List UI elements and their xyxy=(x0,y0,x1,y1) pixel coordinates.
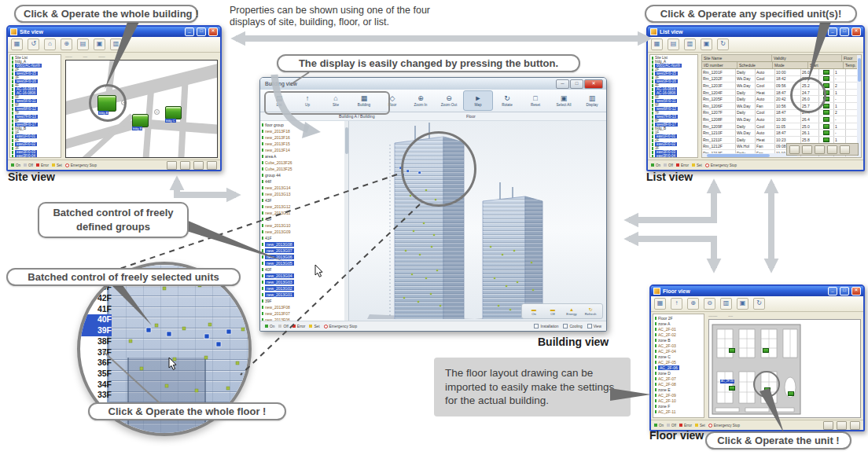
tree-item[interactable]: AC_2F-02 xyxy=(653,332,704,337)
toolbar-button[interactable]: □ Reset xyxy=(521,91,550,110)
quick-action-button[interactable]: ▬ On xyxy=(525,307,542,316)
table-row[interactable]: Rm_1209F Daily Cool 11:05 25.0 1 xyxy=(702,123,861,130)
mini-button[interactable] xyxy=(207,161,217,170)
tree-item[interactable]: zone F xyxy=(653,403,704,409)
filter-checkbox[interactable]: Cooling xyxy=(563,324,582,328)
building-3d-view[interactable]: ▬ On ▬ Off ▲ Energy xyxy=(349,121,606,321)
tree-item[interactable]: 42F xyxy=(260,216,348,222)
column-header[interactable]: I/D number xyxy=(702,62,737,68)
zoom-in-icon[interactable]: ⊕ xyxy=(687,298,699,310)
site-window-titlebar[interactable]: Site view _ □ ✕ xyxy=(8,27,220,37)
tree-item[interactable]: 43F xyxy=(260,197,348,204)
filter-checkbox[interactable]: Installation xyxy=(534,324,558,328)
table-row[interactable]: Rm_1201F Daily Auto 10:00 26.0 1 xyxy=(702,69,861,76)
mini-button[interactable] xyxy=(823,421,833,430)
tree-item[interactable]: new_2013G13 xyxy=(260,191,348,197)
mini-button[interactable] xyxy=(193,161,204,170)
tree-item[interactable]: floor group xyxy=(260,122,348,128)
tree-item[interactable]: zone B xyxy=(653,337,704,343)
mini-button[interactable] xyxy=(850,421,860,430)
toolbar-button[interactable]: ⌂ Site xyxy=(322,91,350,110)
tree-item[interactable]: new_2013G03 xyxy=(260,279,348,285)
select-icon[interactable]: ▣ xyxy=(94,39,105,50)
table-row[interactable]: Rm_1206F Wk.Day Fan 10:56 25.7 1 xyxy=(702,103,861,110)
copy-icon[interactable]: ▥ xyxy=(684,39,696,50)
mini-button[interactable] xyxy=(837,421,847,430)
column-header[interactable]: Start xyxy=(808,62,844,68)
building-icon-b[interactable] xyxy=(132,114,149,127)
zoom-out-icon[interactable]: ⊖ xyxy=(704,298,715,310)
tree-item[interactable]: 41F xyxy=(260,235,348,241)
tree-item[interactable]: group 44 xyxy=(260,172,348,178)
tree-item[interactable]: new_2013G05 xyxy=(260,260,348,266)
floor-label[interactable]: 37F xyxy=(80,347,112,358)
panel-button[interactable] xyxy=(789,145,800,154)
home-icon[interactable]: ⌂ xyxy=(44,39,56,50)
table-row[interactable]: Rm_1202F Wk.Day Cool 18:42 26.5 - xyxy=(702,76,861,83)
tree-item[interactable]: new_2013F14 xyxy=(260,147,348,153)
toolbar-button[interactable]: ► Map xyxy=(463,90,493,111)
quick-action-button[interactable]: ▲ Energy xyxy=(563,307,580,316)
toolbar-button[interactable]: ⊖ Zoom Out xyxy=(435,91,463,110)
tree-item[interactable]: AC_2F-09 xyxy=(653,392,704,398)
toolbar-button[interactable]: ◇ Floor xyxy=(378,91,406,110)
table-row[interactable]: Rm_1207F Daily Cool 18:47 27.4 2 xyxy=(702,110,861,117)
tree-item[interactable]: new_2013G14 xyxy=(260,185,348,191)
select-all-icon[interactable]: ▣ xyxy=(701,39,712,50)
close-button[interactable]: ✕ xyxy=(584,79,603,89)
panel-button[interactable] xyxy=(840,145,850,154)
floor-label[interactable]: 39F xyxy=(80,325,112,336)
floor-window-titlebar[interactable]: Floor view _ □ ✕ xyxy=(651,286,863,296)
maximize-button[interactable]: □ xyxy=(840,287,849,295)
tree-item[interactable]: new_2013F15 xyxy=(260,141,348,147)
tree-item[interactable]: new_2013G11 xyxy=(260,210,348,216)
column-header[interactable]: Validity xyxy=(772,55,842,61)
floor-label[interactable]: 41F xyxy=(80,304,112,315)
quick-action-button[interactable]: ▬ Off xyxy=(544,307,561,316)
tree-item[interactable]: east3F/0-04 xyxy=(650,154,697,158)
tree-item[interactable]: AC_2F-03 xyxy=(653,343,704,348)
tree-item[interactable]: Cube_2013F25 xyxy=(260,166,348,172)
grid-icon[interactable]: ▦ xyxy=(11,39,23,50)
minimize-button[interactable]: _ xyxy=(828,287,837,295)
tree-item[interactable]: AC_2F-06 xyxy=(653,365,704,370)
toolbar-button[interactable]: ▤ List xyxy=(265,91,293,110)
minimize-button[interactable]: _ xyxy=(185,28,194,36)
tree-item[interactable]: Cube_2013F26 xyxy=(260,160,348,166)
minimize-button[interactable]: ─ xyxy=(556,79,569,89)
refresh-icon[interactable]: ↻ xyxy=(717,39,729,50)
tree-item[interactable]: 44F xyxy=(260,178,348,185)
tree-item[interactable]: zone D xyxy=(653,370,704,376)
table-row[interactable]: Rm_1203F Wk.Day Cool 09:56 25.2 2 xyxy=(702,83,861,90)
layout-icon[interactable]: ▥ xyxy=(720,298,732,310)
toolbar-button[interactable]: ▣ Select All xyxy=(550,91,578,110)
tree-item[interactable]: Floor 2F xyxy=(653,315,704,321)
table-row[interactable]: Rm_1204F Daily Heat 18:47 24.7 1 xyxy=(702,90,861,97)
tree-item[interactable]: 39F xyxy=(260,298,348,304)
tree-item[interactable]: new_2013F16 xyxy=(260,134,348,141)
mini-button[interactable] xyxy=(167,161,177,170)
panel-button[interactable] xyxy=(802,145,812,154)
building-icon-c[interactable] xyxy=(165,106,182,119)
tree-item[interactable]: new_2013F08 xyxy=(260,304,348,310)
tree-item[interactable]: east3F/0-04 xyxy=(10,154,61,158)
column-header[interactable]: Schedule xyxy=(737,62,773,68)
maximize-button[interactable]: □ xyxy=(570,79,583,89)
floor-label[interactable]: 42F xyxy=(80,293,112,304)
column-header[interactable]: Site Name xyxy=(702,55,772,61)
tree-item[interactable]: zone E xyxy=(653,387,704,392)
tree-item[interactable]: zone C xyxy=(653,354,704,359)
tree-item[interactable]: AC_2F-01 xyxy=(653,326,704,332)
layers-icon[interactable]: ▤ xyxy=(77,39,89,50)
table-row[interactable]: Rm_1210F Wk.Day Auto 18:47 26.1 - xyxy=(702,130,861,137)
close-button[interactable]: ✕ xyxy=(851,287,861,295)
floor-plan[interactable]: AC_2F-06 xyxy=(708,319,861,418)
unit-icon[interactable] xyxy=(729,348,735,353)
select-icon[interactable]: ▣ xyxy=(737,298,748,310)
building-window-titlebar[interactable]: Building view ─ □ ✕ xyxy=(260,78,606,90)
refresh-icon[interactable]: ↻ xyxy=(753,298,765,310)
back-icon[interactable]: ↺ xyxy=(28,39,39,50)
floor-label[interactable]: 40F xyxy=(80,314,112,325)
minimize-button[interactable]: _ xyxy=(828,28,837,36)
display-icon[interactable]: ▥ xyxy=(110,39,122,50)
